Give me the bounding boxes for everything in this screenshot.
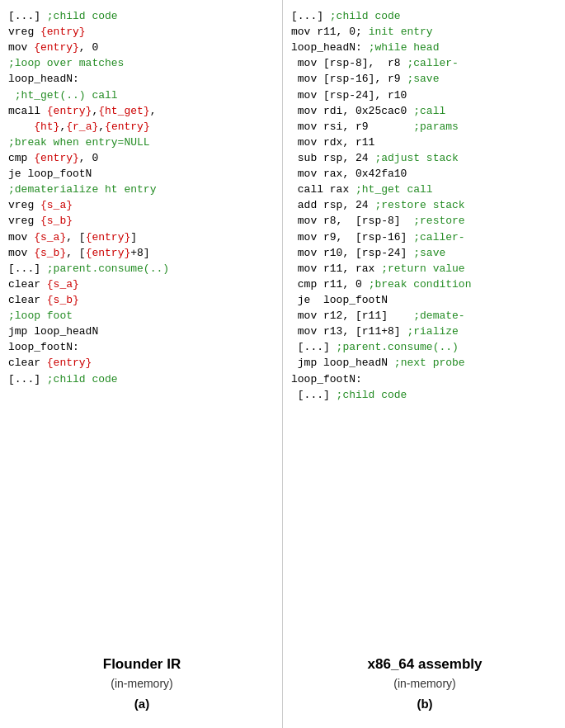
code-token: cmp r11, 0 — [291, 278, 369, 291]
code-token: ;parent.consume(..) — [47, 262, 169, 275]
code-token: ;loop over matches — [8, 57, 124, 69]
code-token: call rax — [291, 183, 355, 196]
code-token: {s_b} — [34, 247, 66, 259]
code-token: vreg — [8, 26, 40, 38]
code-token: mov r12, [r11] — [291, 310, 413, 322]
code-token: {entry} — [34, 41, 79, 54]
right-caption-sub: (in-memory) — [291, 675, 558, 692]
code-token: {s_a} — [34, 231, 66, 243]
code-line: clear {s_a} — [8, 277, 275, 292]
code-token: mov — [8, 231, 34, 243]
code-token: [...] — [291, 341, 337, 353]
code-token: [...] — [8, 262, 47, 275]
code-line: ;break when entry=NULL — [8, 135, 275, 150]
code-line: clear {entry} — [8, 355, 275, 371]
code-token: ;next probe — [394, 357, 465, 369]
code-token: ;caller- — [413, 231, 464, 243]
code-token: , [ — [66, 231, 85, 243]
code-token: , [ — [66, 247, 85, 259]
code-line: cmp r11, 0 ;break condition — [291, 277, 558, 292]
code-token: [...] — [291, 10, 330, 22]
code-token: mov rdi, 0x25cac0 — [291, 105, 413, 117]
code-token: ;parent.consume(..) — [337, 341, 459, 353]
code-token: loop_footN: — [8, 341, 79, 353]
code-line: mov r11, rax ;return value — [291, 261, 558, 277]
code-line: mov {s_a}, [{entry}] — [8, 229, 275, 245]
code-line: loop_headN: — [8, 71, 275, 87]
code-token: {s_b} — [47, 294, 79, 306]
code-token: mov — [8, 247, 34, 259]
code-token: jmp loop_headN — [291, 357, 394, 369]
code-line: [...] ;child code — [291, 387, 558, 403]
left-caption-sub: (in-memory) — [8, 675, 275, 692]
code-token: loop_headN: — [291, 41, 369, 54]
code-token: ;params — [413, 121, 459, 133]
code-token: ;demate- — [413, 310, 464, 322]
code-token: ;break condition — [369, 278, 472, 291]
code-line: mov rax, 0x42fa10 — [291, 166, 558, 182]
code-token: mov rdx, r11 — [291, 136, 374, 149]
code-token: {ht} — [34, 121, 59, 133]
code-line: jmp loop_headN — [8, 324, 275, 339]
code-token: ;return value — [381, 262, 464, 275]
code-line: je loop_footN — [291, 292, 558, 308]
code-line: vreg {s_b} — [8, 213, 275, 229]
left-code-block: [...] ;child codevreg {entry}mov {entry}… — [8, 8, 275, 640]
code-line: mov r10, [rsp-24] ;save — [291, 245, 558, 261]
code-token: loop_footN: — [291, 373, 362, 385]
code-token: ;child code — [47, 10, 118, 22]
code-token: ;child code — [337, 389, 407, 401]
code-token: , — [150, 105, 157, 117]
code-token: mov r10, [rsp-24] — [291, 247, 413, 259]
code-line: je loop_footN — [8, 166, 275, 182]
code-token: ;ht_get call — [355, 183, 433, 196]
code-line: mov [rsp-16], r9 ;save — [291, 71, 558, 87]
code-token: add rsp, 24 — [291, 199, 374, 211]
code-token: , 0 — [79, 41, 98, 54]
code-line: ;loop foot — [8, 308, 275, 324]
code-token: {entry} — [34, 152, 79, 164]
right-caption-label: (b) — [291, 695, 558, 713]
code-token: jmp loop_headN — [8, 325, 98, 338]
main-container: [...] ;child codevreg {entry}mov {entry}… — [0, 0, 565, 728]
code-token: ;restore stack — [374, 199, 464, 211]
code-token: ;adjust stack — [374, 152, 458, 164]
code-token: mcall — [8, 105, 47, 117]
code-token: mov r11, 0; — [291, 26, 369, 38]
code-token: {r_a} — [66, 121, 98, 133]
code-token: ;restore — [413, 215, 464, 227]
code-token: clear — [8, 294, 47, 306]
code-line: ;dematerialize ht entry — [8, 182, 275, 197]
code-token: [...] — [291, 389, 337, 401]
code-token: ;save — [413, 247, 445, 259]
code-token: mov [rsp-16], r9 — [291, 73, 407, 85]
left-caption-title: Flounder IR — [8, 655, 275, 675]
code-line: mov {entry}, 0 — [8, 40, 275, 55]
code-token: ;rialize — [407, 325, 458, 338]
code-token: ;child code — [330, 10, 401, 22]
code-line: vreg {s_a} — [8, 197, 275, 213]
left-column: [...] ;child codevreg {entry}mov {entry}… — [0, 0, 283, 728]
code-token: {entry} — [47, 105, 92, 117]
code-line: mov r11, 0; init entry — [291, 24, 558, 40]
code-token: [...] — [8, 373, 47, 385]
code-line: loop_headN: ;while head — [291, 40, 558, 55]
code-token — [8, 89, 15, 102]
code-token: {entry} — [47, 357, 92, 369]
code-token — [8, 121, 34, 133]
code-token: [...] — [8, 10, 47, 22]
code-token: ;dematerialize ht entry — [8, 183, 156, 196]
code-line: cmp {entry}, 0 — [8, 150, 275, 166]
code-token: ;child code — [47, 373, 118, 385]
code-token: mov rax, 0x42fa10 — [291, 168, 407, 180]
code-line: mcall {entry},{ht_get}, — [8, 103, 275, 119]
code-token: clear — [8, 357, 47, 369]
code-token: mov — [8, 41, 34, 54]
code-token: {s_a} — [40, 199, 73, 211]
code-line: [...] ;parent.consume(..) — [8, 261, 275, 277]
code-line: [...] ;parent.consume(..) — [291, 339, 558, 355]
code-line: mov rsi, r9 ;params — [291, 119, 558, 135]
code-line: [...] ;child code — [8, 371, 275, 387]
code-line: mov r9, [rsp-16] ;caller- — [291, 229, 558, 245]
code-line: add rsp, 24 ;restore stack — [291, 197, 558, 213]
